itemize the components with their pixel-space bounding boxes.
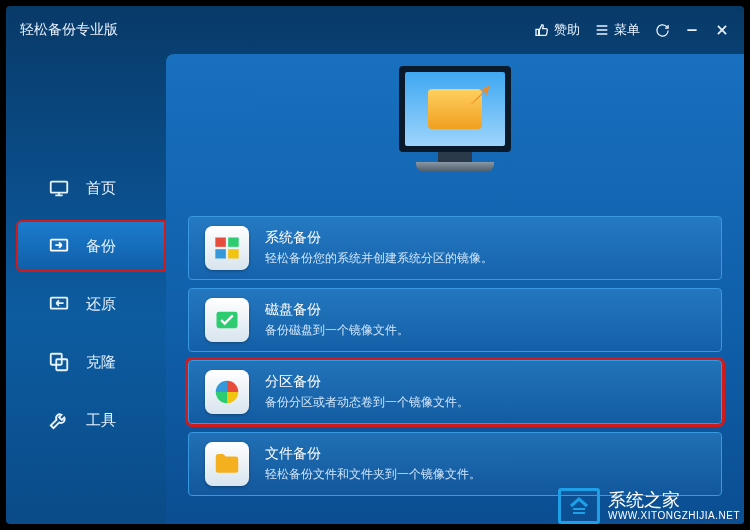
main-panel: 系统备份 轻松备份您的系统并创建系统分区的镜像。 磁盘备份 备份磁盘到一个镜像文… (166, 54, 744, 524)
svg-rect-16 (228, 249, 239, 258)
option-disk-backup[interactable]: 磁盘备份 备份磁盘到一个镜像文件。 (188, 288, 722, 352)
option-title: 磁盘备份 (265, 301, 409, 319)
disk-icon (205, 298, 249, 342)
folder-icon (428, 89, 482, 129)
option-desc: 备份分区或者动态卷到一个镜像文件。 (265, 394, 469, 411)
sidebar-item-label: 备份 (86, 237, 116, 256)
partition-icon (205, 370, 249, 414)
sidebar-item-tools[interactable]: 工具 (6, 394, 166, 446)
menu-icon (594, 22, 610, 38)
option-desc: 轻松备份您的系统并创建系统分区的镜像。 (265, 250, 493, 267)
folder-icon (205, 442, 249, 486)
thumbs-up-button[interactable]: 赞助 (534, 21, 580, 39)
watermark-title: 系统之家 (608, 491, 740, 511)
sidebar-item-label: 首页 (86, 179, 116, 198)
windows-icon (205, 226, 249, 270)
close-button[interactable] (714, 22, 730, 38)
sidebar-item-backup[interactable]: 备份 (16, 220, 166, 272)
svg-rect-15 (215, 249, 226, 258)
sidebar-item-label: 还原 (86, 295, 116, 314)
sidebar: 首页 备份 还原 克隆 (6, 54, 166, 524)
svg-rect-13 (215, 238, 226, 247)
watermark: 系统之家 WWW.XITONGZHIJIA.NET (558, 488, 740, 524)
sidebar-item-restore[interactable]: 还原 (6, 278, 166, 330)
clone-icon (48, 351, 70, 373)
titlebar: 轻松备份专业版 赞助 菜单 (6, 6, 744, 54)
sidebar-item-label: 克隆 (86, 353, 116, 372)
option-title: 系统备份 (265, 229, 493, 247)
restore-icon (48, 293, 70, 315)
app-title: 轻松备份专业版 (20, 21, 118, 39)
sidebar-item-clone[interactable]: 克隆 (6, 336, 166, 388)
sidebar-item-home[interactable]: 首页 (6, 162, 166, 214)
home-icon (48, 177, 70, 199)
option-title: 分区备份 (265, 373, 469, 391)
minimize-button[interactable] (684, 22, 700, 38)
option-desc: 备份磁盘到一个镜像文件。 (265, 322, 409, 339)
backup-icon (48, 235, 70, 257)
svg-rect-14 (228, 238, 239, 247)
menu-button[interactable]: 菜单 (594, 21, 640, 39)
refresh-button[interactable] (654, 22, 670, 38)
option-file-backup[interactable]: 文件备份 轻松备份文件和文件夹到一个镜像文件。 (188, 432, 722, 496)
sidebar-item-label: 工具 (86, 411, 116, 430)
option-title: 文件备份 (265, 445, 481, 463)
svg-rect-6 (51, 182, 68, 193)
hero-image (166, 64, 744, 216)
thumbs-up-icon (534, 22, 550, 38)
option-desc: 轻松备份文件和文件夹到一个镜像文件。 (265, 466, 481, 483)
watermark-logo-icon (558, 488, 600, 524)
option-partition-backup[interactable]: 分区备份 备份分区或者动态卷到一个镜像文件。 (188, 360, 722, 424)
tools-icon (48, 409, 70, 431)
option-system-backup[interactable]: 系统备份 轻松备份您的系统并创建系统分区的镜像。 (188, 216, 722, 280)
watermark-url: WWW.XITONGZHIJIA.NET (608, 510, 740, 521)
